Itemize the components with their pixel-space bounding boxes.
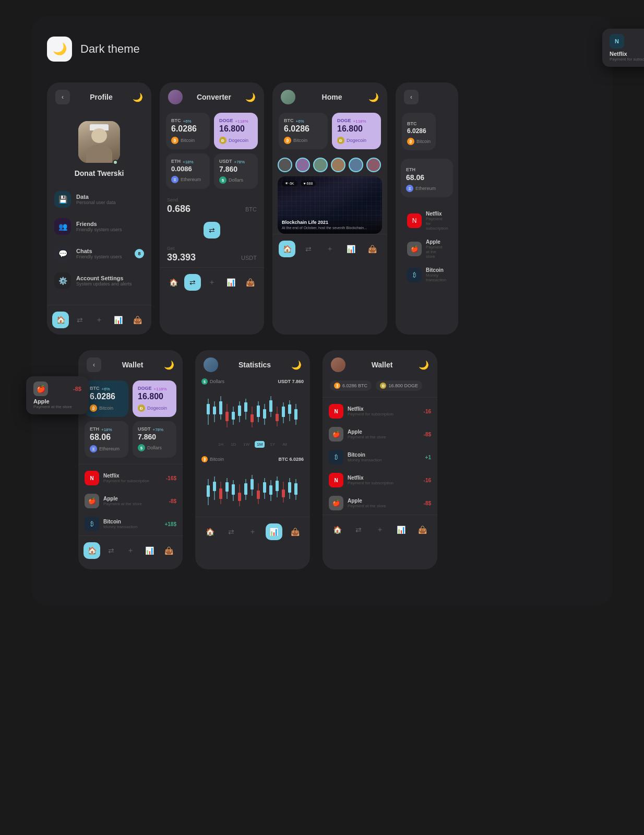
- tab-all[interactable]: All: [280, 441, 289, 448]
- wallet2-nav-wallet[interactable]: 👜: [414, 521, 431, 538]
- menu-item-data[interactable]: 💾 Data Personal user data: [47, 186, 151, 213]
- story-6[interactable]: [366, 158, 381, 172]
- get-label: Get: [167, 246, 257, 251]
- home-nav-transfer[interactable]: ⇄: [300, 241, 317, 257]
- wallet-crypto-grid: BTC +6% 6.0286 ₿ Bitcoin DOGE +118% 16.8…: [78, 376, 183, 462]
- story-2[interactable]: [295, 158, 310, 172]
- usdt-dot: $: [219, 176, 226, 184]
- wallet-usdt-card[interactable]: USDT +78% 7.860 $ Dollars: [133, 421, 176, 458]
- home-doge-dot: Ð: [337, 137, 344, 144]
- conv-nav-wallet[interactable]: 👜: [242, 274, 259, 291]
- wallet2-nav-add[interactable]: ＋: [372, 521, 388, 538]
- conv-nav-transfer[interactable]: ⇄: [184, 274, 201, 291]
- menu-item-settings[interactable]: ⚙️ Account Settings System updates and a…: [47, 267, 151, 294]
- tab-1h[interactable]: 1H: [216, 441, 225, 448]
- home-nav-home[interactable]: 🏠: [279, 241, 295, 257]
- doge-name-row: Ð Dogecoin: [219, 137, 253, 144]
- stats-nav-add[interactable]: ＋: [244, 523, 261, 540]
- home2-apple-info: Apple Payment at the store: [426, 239, 447, 259]
- usdt-label: Dollars: [229, 177, 243, 183]
- menu-sub-friends: Friendly system users: [76, 227, 144, 232]
- menu-text-chats: Chats Friendly system users: [76, 248, 129, 259]
- conv-nav-add[interactable]: ＋: [204, 274, 220, 291]
- menu-item-friends[interactable]: 👥 Friends Friendly system users: [47, 213, 151, 240]
- wallet2-nav-stats[interactable]: 📊: [393, 521, 410, 538]
- eth-card[interactable]: ETH +18% 0.0086 Ξ Ethereum: [166, 153, 210, 189]
- post-stats: 👁 6K ♥ 688: [282, 181, 316, 186]
- wallet2-nav-home[interactable]: 🏠: [329, 521, 345, 538]
- wallet2-balances: ₿ 6.0286 BTC Ð 16.800 DOGE: [323, 376, 437, 395]
- doge-card[interactable]: DOGE +118% 16.800 Ð Dogecoin: [214, 113, 258, 149]
- wallet2-nav-transfer[interactable]: ⇄: [350, 521, 367, 538]
- wallet2-apple-amount: -8$: [424, 432, 431, 437]
- post-image: 👁 6K ♥ 688 Blockchain Life 2021 At the e…: [278, 176, 382, 234]
- stats-nav-stats[interactable]: 📊: [266, 523, 282, 540]
- tab-1m[interactable]: 1M: [255, 441, 265, 448]
- conv-nav-stats[interactable]: 📊: [223, 274, 240, 291]
- story-3[interactable]: [313, 158, 328, 172]
- theme-icon[interactable]: 🌙: [47, 37, 72, 62]
- wallet-nav-wallet[interactable]: 👜: [161, 542, 177, 559]
- back-button[interactable]: ‹: [55, 90, 70, 104]
- home-nav-stats[interactable]: 📊: [343, 241, 360, 257]
- menu-item-chats[interactable]: 💬 Chats Friendly system users 8: [47, 240, 151, 267]
- wallet-screen-2: Wallet 🌙 ₿ 6.0286 BTC Ð 16.800 DOGE N Ne…: [323, 350, 437, 569]
- wallet2-apple-tx: 🍎 Apple Payment at the store -8$: [323, 423, 437, 446]
- wallet2-netflix-desc: Payment for subscription: [348, 412, 420, 416]
- story-4[interactable]: [331, 158, 345, 172]
- wallet-doge-card[interactable]: DOGE +118% 16.800 Ð Dogecoin: [133, 380, 176, 417]
- wallet-nav-stats[interactable]: 📊: [141, 542, 158, 559]
- nav-transfer[interactable]: ⇄: [71, 312, 88, 328]
- tab-1d[interactable]: 1D: [229, 441, 238, 448]
- wallet2-apple-info: Apple Payment at the store: [348, 429, 420, 439]
- home-nav-wallet[interactable]: 👜: [364, 241, 381, 257]
- wallet-bitcoin-info: Bitcoin Money transaction: [103, 519, 160, 529]
- wallet-netflix-icon: N: [85, 471, 99, 485]
- swap-button[interactable]: ⇄: [204, 222, 220, 238]
- nav-home[interactable]: 🏠: [52, 312, 69, 328]
- wallet-btc-card[interactable]: BTC +6% 6.0286 ₿ Bitcoin: [85, 380, 128, 417]
- wallet-eth-card[interactable]: ETH +18% 68.06 Ξ Ethereum: [85, 421, 128, 458]
- home2-back[interactable]: ‹: [404, 90, 419, 104]
- tab-1y[interactable]: 1Y: [268, 441, 277, 448]
- btc-card[interactable]: BTC +6% 6.0286 ₿ Bitcoin: [166, 113, 210, 149]
- nav-add[interactable]: ＋: [91, 312, 108, 328]
- wallet-nav-add[interactable]: ＋: [122, 542, 139, 559]
- home2-eth-card[interactable]: ETH 68.06 Ξ Ethereum: [401, 159, 453, 197]
- home2-btc[interactable]: BTC 6.0286 ₿ Bitcoin: [402, 113, 436, 150]
- home2-btc-tag: BTC: [407, 121, 417, 126]
- home2-eth-section: ETH 68.06 Ξ Ethereum: [396, 154, 458, 205]
- svg-rect-57: [288, 482, 291, 493]
- wallet-back[interactable]: ‹: [87, 357, 101, 372]
- header-title: Dark theme: [80, 42, 140, 56]
- home2-btc-dot: ₿: [407, 138, 414, 145]
- story-5[interactable]: [349, 158, 363, 172]
- home-doge-card[interactable]: DOGE +118% 16.800 Ð Dogecoin: [332, 113, 381, 149]
- wallet-eth-lbl: Ethereum: [99, 446, 120, 451]
- home2-netflix-desc: Payment for subscription: [426, 217, 448, 231]
- story-1[interactable]: [278, 158, 292, 172]
- wallet-usdt-change: +78%: [153, 427, 164, 432]
- home2-apple-desc: Payment at the store: [426, 245, 447, 259]
- post-card[interactable]: 👁 6K ♥ 688 Blockchain Life 2021 At the e…: [278, 176, 382, 234]
- wallet2-netflix-name: Netflix: [348, 406, 420, 412]
- usdt-card[interactable]: USDT +78% 7.860 $ Dollars: [214, 153, 258, 189]
- menu-label-friends: Friends: [76, 221, 144, 227]
- home-btc-card[interactable]: BTC +6% 6.0286 ₿ Bitcoin: [279, 113, 328, 149]
- stats-nav-home[interactable]: 🏠: [201, 523, 218, 540]
- get-currency: USDT: [241, 255, 257, 261]
- wallet-eth-value: 68.06: [90, 433, 123, 442]
- stats-nav-wallet[interactable]: 👜: [287, 523, 304, 540]
- wallet-divider: [78, 464, 183, 464]
- wallet-netflix-tx: N Netflix Payment for subscription -16$: [78, 467, 183, 490]
- nav-stats[interactable]: 📊: [110, 312, 127, 328]
- post-title: Blockchain Life 2021: [282, 220, 378, 225]
- wallet-nav-home[interactable]: 🏠: [84, 542, 100, 559]
- tab-1w[interactable]: 1W: [241, 441, 252, 448]
- send-label: Send: [167, 197, 257, 202]
- nav-wallet[interactable]: 👜: [129, 312, 146, 328]
- stats-nav-transfer[interactable]: ⇄: [223, 523, 240, 540]
- home-nav-add[interactable]: ＋: [321, 241, 338, 257]
- conv-nav-home[interactable]: 🏠: [165, 274, 182, 291]
- wallet-nav-transfer[interactable]: ⇄: [103, 542, 120, 559]
